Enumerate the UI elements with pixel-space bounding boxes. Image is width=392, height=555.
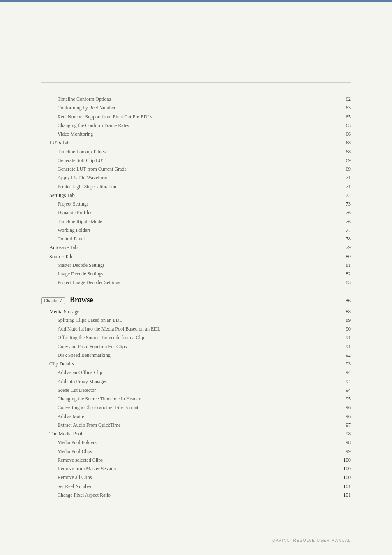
toc-title: Clip Details <box>41 360 339 368</box>
toc-page: 81 <box>339 261 351 270</box>
toc-title: Offsetting the Source Timecode from a Cl… <box>41 333 339 342</box>
toc-title: Converting a Clip to another File Format <box>41 403 339 412</box>
toc-row: Project Settings73 <box>41 200 351 208</box>
toc-page: 71 <box>339 183 351 191</box>
toc-title: Changing the Source Timecode In Header <box>41 395 339 403</box>
toc-row: Conforming by Reel Number63 <box>41 104 351 112</box>
toc-page: 93 <box>339 360 351 368</box>
toc-page: 65 <box>339 113 351 121</box>
toc-row: Remove all Clips100 <box>41 473 351 482</box>
toc-page: 76 <box>339 217 351 226</box>
toc-title: Disk Speed Benchmarking <box>41 351 339 359</box>
toc-title: Dynamic Profiles <box>41 208 339 217</box>
toc-page: 65 <box>339 121 351 130</box>
toc-title: Working Folders <box>41 226 339 234</box>
toc-row: Remove selected Clips100 <box>41 456 351 465</box>
toc-title: Changing the Conform Frame Rates <box>41 121 339 130</box>
toc-row: Generate LUT from Current Grade69 <box>41 165 351 173</box>
toc-title: Remove from Master Session <box>41 465 339 473</box>
toc-row: Media Storage88 <box>41 308 351 316</box>
toc-row: Project Image Decoder Settings83 <box>41 278 351 287</box>
toc-title: Printer Light Step Calibration <box>41 183 339 191</box>
top-bar <box>0 0 392 2</box>
toc-row: Remove from Master Session100 <box>41 465 351 473</box>
toc-row: Add as Matte96 <box>41 412 351 421</box>
toc-title: Image Decode Settings <box>41 270 339 278</box>
toc-title: Add into Proxy Manager <box>41 377 339 386</box>
toc-title: Copy and Paste Function For Clips <box>41 342 339 351</box>
toc-page: 95 <box>339 395 351 403</box>
toc-page: 94 <box>339 386 351 395</box>
toc-row: Apply LUT to Waveform71 <box>41 173 351 182</box>
toc-page: 62 <box>339 95 351 104</box>
toc-row: Dynamic Profiles76 <box>41 208 351 217</box>
toc-page: 91 <box>339 342 351 351</box>
toc-row: Autosave Tab79 <box>41 243 351 252</box>
toc-title: LUTs Tab <box>41 139 339 147</box>
footer: DAVINCI RESOLVE USER MANUAL <box>272 538 351 543</box>
toc-title: The Media Pool <box>41 430 339 438</box>
toc-page: 71 <box>339 173 351 182</box>
toc-row: Disk Speed Benchmarking92 <box>41 351 351 360</box>
toc-page: 68 <box>339 139 351 147</box>
toc-row: Control Panel78 <box>41 235 351 243</box>
toc-title: Timeline Ripple Mode <box>41 217 339 226</box>
toc-page: 94 <box>339 377 351 386</box>
toc-title: Apply LUT to Waveform <box>41 173 339 182</box>
toc-title: Reel Number Support from Final Cut Pro E… <box>41 113 339 121</box>
toc-page: 101 <box>339 491 351 500</box>
toc-row: LUTs Tab68 <box>41 139 351 147</box>
toc-row: Media Pool Clips99 <box>41 447 351 456</box>
chapter-page: 86 <box>339 297 351 304</box>
toc-title: Add Material into the Media Pool Based o… <box>41 325 339 333</box>
toc-row: Add as an Offline Clip94 <box>41 368 351 377</box>
toc-title: Master Decode Settings <box>41 261 339 269</box>
page: Timeline Conform Options62Conforming by … <box>0 0 392 555</box>
toc-row: Source Tab80 <box>41 252 351 261</box>
toc-page: 89 <box>339 316 351 325</box>
toc-row: Changing the Conform Frame Rates65 <box>41 121 351 130</box>
chapter-title: Browse <box>70 296 339 304</box>
toc-page: 63 <box>339 104 351 112</box>
toc-page: 66 <box>339 130 351 139</box>
toc-title: Add as Matte <box>41 412 339 421</box>
toc-page: 101 <box>339 482 351 491</box>
toc-row: Scene Cut Detector94 <box>41 386 351 395</box>
toc-row: Working Folders77 <box>41 226 351 235</box>
toc-page: 96 <box>339 412 351 421</box>
toc-page: 97 <box>339 421 351 430</box>
toc-title: Timeline Lookup Tables <box>41 148 339 156</box>
toc-title: Control Panel <box>41 235 339 243</box>
divider <box>41 82 351 83</box>
toc-title: Generate Soft Clip LUT <box>41 156 339 164</box>
toc-page: 78 <box>339 235 351 243</box>
toc-row: Splitting Clips Based on an EDL89 <box>41 316 351 325</box>
toc-row: Timeline Ripple Mode76 <box>41 217 351 226</box>
toc-title: Media Pool Clips <box>41 447 339 456</box>
toc-title: Generate LUT from Current Grade <box>41 165 339 173</box>
toc-page: 77 <box>339 226 351 235</box>
toc-title: Remove all Clips <box>41 473 339 481</box>
toc-row: Add Material into the Media Pool Based o… <box>41 325 351 333</box>
toc-title: Set Reel Number <box>41 482 339 490</box>
toc-page: 98 <box>339 430 351 438</box>
toc-page: 100 <box>339 456 351 465</box>
toc-page: 69 <box>339 165 351 173</box>
toc-row: Extract Audio From QuickTime97 <box>41 421 351 430</box>
footer-text: DAVINCI RESOLVE USER MANUAL <box>272 538 351 543</box>
toc-row: Settings Tab72 <box>41 191 351 200</box>
toc-page: 83 <box>339 278 351 287</box>
toc-row: Offsetting the Source Timecode from a Cl… <box>41 333 351 342</box>
toc-row: Copy and Paste Function For Clips91 <box>41 342 351 351</box>
toc-title: Autosave Tab <box>41 243 339 252</box>
toc-title: Media Pool Folders <box>41 438 339 446</box>
toc-page: 91 <box>339 333 351 342</box>
toc-row: Printer Light Step Calibration71 <box>41 183 351 191</box>
toc-title: Source Tab <box>41 252 339 261</box>
toc-title: Video Monitoring <box>41 130 339 138</box>
toc-row: Timeline Conform Options62 <box>41 95 351 104</box>
toc-title: Extract Audio From QuickTime <box>41 421 339 429</box>
toc-page: 90 <box>339 325 351 333</box>
toc-row: Change Pixel Aspect Ratio101 <box>41 491 351 500</box>
toc-title: Project Image Decoder Settings <box>41 278 339 287</box>
